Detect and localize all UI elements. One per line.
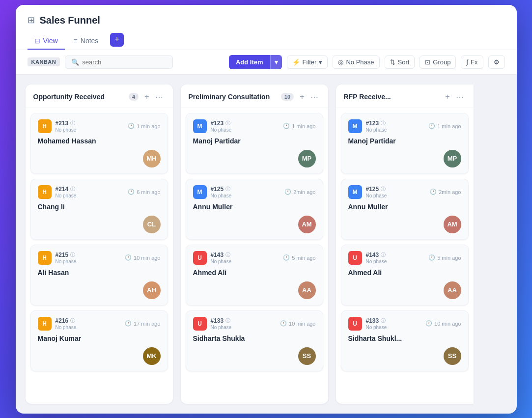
avatar: U xyxy=(348,251,362,265)
clock-icon: 🕐 xyxy=(283,123,290,129)
avatar: M xyxy=(193,119,207,133)
card-top: H #216 ⓘ No phase 🕐 17 min ag xyxy=(38,317,161,331)
card-bottom: MP xyxy=(348,150,461,167)
column-opportunity-received: Opportunity Received 4 + ⋯ H #213 xyxy=(26,84,173,404)
table-row[interactable]: U #143 ⓘ No phase 🕐 5 min ago xyxy=(186,245,323,306)
card-left: U #143 ⓘ No phase xyxy=(348,251,387,265)
card-top: H #213 ⓘ No phase 🕐 1 min ago xyxy=(38,119,161,133)
column-header-opportunity: Opportunity Received 4 + ⋯ xyxy=(26,84,173,108)
cards-list-opportunity: H #213 ⓘ No phase 🕐 1 min ago xyxy=(26,108,173,404)
tab-view[interactable]: ⊟ View xyxy=(28,33,65,50)
avatar: M xyxy=(193,185,207,199)
info-icon: ⓘ xyxy=(225,120,230,127)
table-row[interactable]: M #123 ⓘ No phase 🕐 1 min ago xyxy=(186,113,323,174)
table-row[interactable]: M #125 ⓘ No phase 🕐 2min ago xyxy=(186,179,323,240)
notes-icon: ≡ xyxy=(74,37,78,45)
card-name: Manoj Partidar xyxy=(348,137,461,145)
more-options-button-rfp[interactable]: ⋯ xyxy=(454,91,466,103)
group-button[interactable]: ⊡ Group xyxy=(420,56,456,69)
clock-icon: 🕐 xyxy=(280,320,287,327)
card-time: 🕐 1 min ago xyxy=(128,123,160,129)
board: Opportunity Received 4 + ⋯ H #213 xyxy=(16,75,517,414)
table-row[interactable]: M #123 ⓘ No phase 🕐 1 min ago xyxy=(341,113,469,174)
table-icon: ⊞ xyxy=(28,15,35,26)
card-meta: #133 ⓘ No phase xyxy=(211,317,232,330)
person-avatar: SS xyxy=(298,347,316,365)
group-icon: ⊡ xyxy=(425,58,430,66)
col-header-actions-rfp: + ⋯ xyxy=(443,91,465,103)
table-row[interactable]: H #215 ⓘ No phase 🕐 10 min ag xyxy=(30,245,168,306)
card-id: #216 xyxy=(56,317,69,324)
card-time: 🕐 5 min ago xyxy=(428,254,461,261)
fx-button[interactable]: ∫ Fx xyxy=(461,56,483,69)
card-time: 🕐 10 min ago xyxy=(425,320,461,327)
person-avatar: MK xyxy=(143,347,161,365)
card-id: #125 xyxy=(211,186,224,193)
fx-icon: ∫ xyxy=(466,58,468,66)
card-phase: No phase xyxy=(56,127,77,133)
chevron-down-icon[interactable]: ▾ xyxy=(270,55,282,69)
add-card-button-rfp[interactable]: + xyxy=(443,91,451,102)
clock-icon: 🕐 xyxy=(128,189,135,195)
card-phase: No phase xyxy=(56,259,77,264)
search-input[interactable] xyxy=(82,58,167,66)
card-time: 🕐 6 min ago xyxy=(128,189,160,195)
card-time: 🕐 10 min ago xyxy=(125,254,160,261)
header-top: ⊞ Sales Funnel xyxy=(28,15,505,26)
card-name: Ahmed Ali xyxy=(348,269,461,277)
clock-icon: 🕐 xyxy=(428,123,435,129)
card-top: H #214 ⓘ No phase 🕐 6 min ago xyxy=(38,185,161,199)
table-row[interactable]: M #125 ⓘ No phase 🕐 2min ago xyxy=(341,179,469,240)
view-icon: ⊟ xyxy=(34,37,40,45)
add-tab-button[interactable]: + xyxy=(110,33,124,47)
add-card-button-opportunity[interactable]: + xyxy=(142,91,151,102)
phase-icon: ◎ xyxy=(338,58,343,66)
card-phase: No phase xyxy=(366,325,387,330)
add-card-button-preliminary[interactable]: + xyxy=(298,91,306,102)
add-item-label: Add Item xyxy=(229,55,270,69)
person-avatar: CL xyxy=(143,216,161,233)
clock-icon: 🕐 xyxy=(125,320,132,327)
column-header-rfp: RFP Receive... + ⋯ xyxy=(336,84,474,108)
more-options-button-preliminary[interactable]: ⋯ xyxy=(308,91,320,103)
more-options-button-opportunity[interactable]: ⋯ xyxy=(153,91,165,103)
card-left: M #123 ⓘ No phase xyxy=(193,119,232,133)
no-phase-button[interactable]: ◎ No Phase xyxy=(333,56,379,69)
clock-icon: 🕐 xyxy=(125,254,132,261)
avatar: U xyxy=(193,317,207,331)
table-row[interactable]: U #143 ⓘ No phase 🕐 5 min ago xyxy=(341,245,469,306)
card-time: 🕐 17 min ago xyxy=(125,320,160,327)
filter-button[interactable]: ⚡ Filter ▾ xyxy=(287,56,328,69)
table-row[interactable]: U #133 ⓘ No phase 🕐 10 min ag xyxy=(186,310,323,371)
table-row[interactable]: H #213 ⓘ No phase 🕐 1 min ago xyxy=(30,113,168,174)
table-row[interactable]: H #214 ⓘ No phase 🕐 6 min ago xyxy=(30,179,168,240)
more-button[interactable]: ⚙ xyxy=(488,56,505,69)
card-top: M #125 ⓘ No phase 🕐 2min ago xyxy=(348,185,461,199)
card-id: #123 xyxy=(211,120,224,127)
add-item-button[interactable]: Add Item ▾ xyxy=(229,55,282,69)
card-id: #143 xyxy=(211,251,224,258)
card-id: #123 xyxy=(366,120,379,127)
card-left: M #125 ⓘ No phase xyxy=(193,185,232,199)
cards-list-preliminary: M #123 ⓘ No phase 🕐 1 min ago xyxy=(181,108,328,404)
search-box[interactable]: 🔍 xyxy=(65,56,173,69)
column-header-preliminary: Preliminary Consultation 10 + ⋯ xyxy=(181,84,328,108)
card-top: U #143 ⓘ No phase 🕐 5 min ago xyxy=(193,251,316,265)
card-phase: No phase xyxy=(366,259,387,264)
table-row[interactable]: U #133 ⓘ No phase 🕐 10 min ag xyxy=(341,310,469,371)
filter-chevron-icon: ▾ xyxy=(319,58,322,66)
clock-icon: 🕐 xyxy=(430,189,437,195)
table-row[interactable]: H #216 ⓘ No phase 🕐 17 min ag xyxy=(30,310,168,371)
card-phase: No phase xyxy=(56,193,77,198)
card-top: U #133 ⓘ No phase 🕐 10 min ag xyxy=(193,317,316,331)
card-meta: #215 ⓘ No phase xyxy=(56,251,77,264)
clock-icon: 🕐 xyxy=(283,254,290,261)
info-icon: ⓘ xyxy=(225,186,230,193)
card-bottom: MP xyxy=(193,150,316,167)
sort-button[interactable]: ⇅ Sort xyxy=(385,56,415,69)
card-phase: No phase xyxy=(56,325,77,330)
info-icon: ⓘ xyxy=(381,317,386,324)
tab-notes[interactable]: ≡ Notes xyxy=(67,33,106,50)
card-name: Sidharta Shukla xyxy=(193,334,316,342)
card-top: M #123 ⓘ No phase 🕐 1 min ago xyxy=(348,119,461,133)
